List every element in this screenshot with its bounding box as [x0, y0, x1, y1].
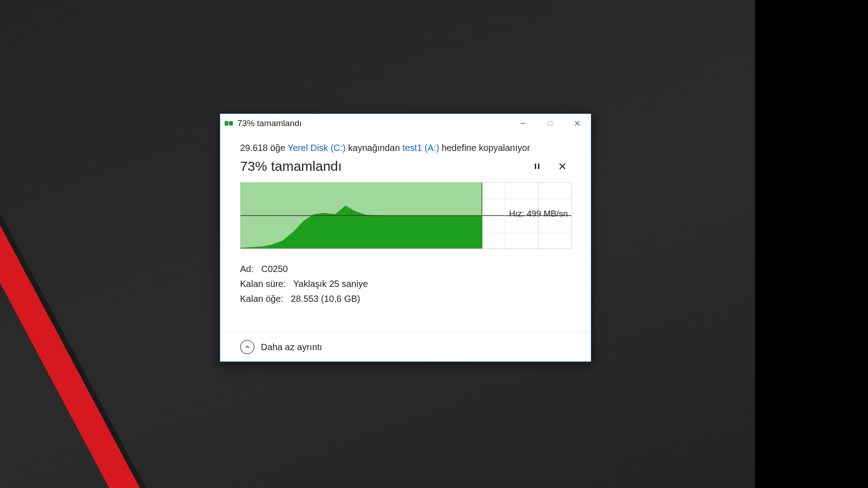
file-copy-dialog: 73% tamamlandı 29.618 öğe Yerel Disk (C:… — [220, 113, 591, 362]
item-count-text: 29.618 öğe — [240, 143, 285, 153]
window-controls — [509, 114, 591, 133]
window-title: 73% tamamlandı — [237, 118, 302, 128]
copy-description-line: 29.618 öğe Yerel Disk (C:) kaynağından t… — [240, 143, 571, 153]
detail-name-value: C0250 — [261, 264, 288, 274]
pause-button[interactable] — [528, 158, 546, 175]
source-link[interactable]: Yerel Disk (C:) — [288, 143, 345, 153]
svg-rect-7 — [538, 164, 539, 169]
maximize-button[interactable] — [537, 114, 564, 133]
speed-chart: Hız: 499 MB/sn — [240, 182, 572, 249]
chevron-up-icon[interactable] — [240, 340, 255, 354]
svg-rect-6 — [535, 164, 536, 169]
minimize-button[interactable] — [509, 114, 537, 133]
fewer-details-toggle[interactable]: Daha az ayrıntı — [261, 342, 322, 352]
detail-remaining-time-value: Yaklaşık 25 saniye — [293, 279, 368, 289]
to-text: hedefine kopyalanıyor — [442, 143, 530, 153]
speed-label: Hız: 499 MB/sn — [509, 209, 568, 219]
detail-remaining-items-label: Kalan öğe: — [240, 294, 283, 304]
svg-rect-0 — [225, 121, 228, 126]
destination-link[interactable]: test1 (A:) — [402, 143, 439, 153]
copy-transfer-icon — [225, 119, 235, 127]
svg-rect-3 — [548, 122, 552, 126]
from-text: kaynağından — [348, 143, 400, 153]
cancel-button[interactable] — [554, 158, 571, 175]
detail-remaining-items-value: 28.553 (10,6 GB) — [291, 294, 360, 304]
details-block: Ad: C0250 Kalan süre: Yaklaşık 25 saniye… — [240, 262, 571, 306]
wallpaper-side-black — [755, 0, 868, 488]
detail-name-label: Ad: — [240, 264, 254, 274]
close-button[interactable] — [564, 114, 591, 133]
titlebar[interactable]: 73% tamamlandı — [220, 114, 591, 133]
progress-percent-text: 73% tamamlandı — [240, 159, 520, 174]
detail-remaining-time-label: Kalan süre: — [240, 279, 286, 289]
